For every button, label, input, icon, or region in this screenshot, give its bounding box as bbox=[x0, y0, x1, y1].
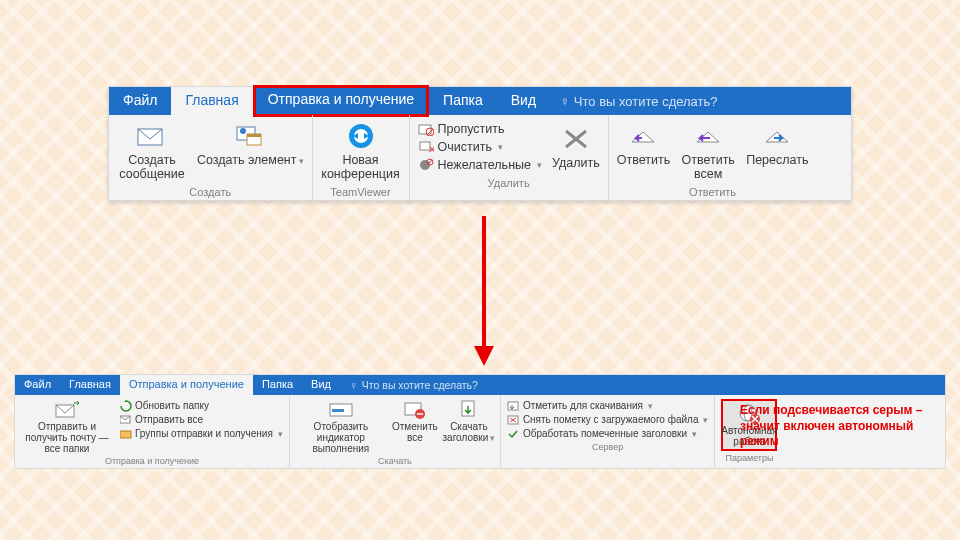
server-stack: Отметить для скачивания▾ Снять пометку с… bbox=[507, 399, 709, 440]
send-all-label: Отправить все bbox=[135, 414, 203, 425]
send-receive-all-label: Отправить и получить почту — все папки bbox=[21, 421, 113, 454]
reply-button[interactable]: Ответить bbox=[617, 121, 670, 182]
send-receive-all-button[interactable]: Отправить и получить почту — все папки bbox=[21, 399, 113, 454]
lightbulb-icon: ♀ bbox=[560, 94, 570, 109]
process-headers-label: Обработать помеченные заголовки bbox=[523, 428, 687, 439]
mark-download-button[interactable]: Отметить для скачивания▾ bbox=[507, 399, 709, 412]
svg-marker-20 bbox=[474, 346, 494, 366]
cancel-icon bbox=[402, 399, 428, 421]
btab-folder[interactable]: Папка bbox=[253, 375, 302, 395]
update-folder-label: Обновить папку bbox=[135, 400, 209, 411]
group-create-label: Создать bbox=[189, 186, 231, 198]
download-headers-button[interactable]: Скачать заголовки▾ bbox=[444, 399, 494, 444]
folder-icon bbox=[119, 427, 132, 440]
tabbar-top: Файл Главная Отправка и получение Папка … bbox=[109, 87, 851, 115]
group-sendrecv-label: Отправка и получение bbox=[21, 456, 283, 466]
mark-icon bbox=[507, 399, 520, 412]
reply-all-label: Ответить всем bbox=[680, 153, 736, 182]
sr-groups-label: Группы отправки и получения bbox=[135, 428, 273, 439]
group-download-label: Скачать bbox=[296, 456, 494, 466]
tab-sendrecv-highlighted[interactable]: Отправка и получение bbox=[253, 85, 429, 117]
group-delete-label: Удалить bbox=[488, 177, 530, 189]
reply-label: Ответить bbox=[617, 153, 670, 167]
sr-groups-button[interactable]: Группы отправки и получения▾ bbox=[119, 427, 283, 440]
unmark-button[interactable]: Снять пометку с загружаемого файла▾ bbox=[507, 413, 709, 426]
ignore-icon bbox=[418, 121, 434, 137]
group-tv-label: TeamViewer bbox=[330, 186, 390, 198]
cleanup-button[interactable]: ✕ Очистить▾ bbox=[418, 139, 542, 155]
lightbulb-icon: ♀ bbox=[350, 379, 358, 391]
tab-view[interactable]: Вид bbox=[497, 87, 550, 115]
reply-all-button[interactable]: Ответить всем bbox=[680, 121, 736, 182]
btab-file[interactable]: Файл bbox=[15, 375, 60, 395]
svg-text:✕: ✕ bbox=[428, 144, 434, 154]
group-teamviewer: Новая конференция TeamViewer bbox=[313, 115, 410, 200]
new-item-label: Создать элемент▾ bbox=[197, 153, 304, 167]
ignore-button[interactable]: Пропустить bbox=[418, 121, 542, 137]
envelope-icon bbox=[135, 121, 169, 151]
sendrecv-stack: Обновить папку Отправить все Группы отпр… bbox=[119, 399, 283, 440]
group-create: Создать сообщение Создать элемент▾ Созда… bbox=[109, 115, 313, 200]
delete-button[interactable]: Удалить bbox=[552, 124, 600, 170]
btab-home[interactable]: Главная bbox=[60, 375, 120, 395]
cleanup-icon: ✕ bbox=[418, 139, 434, 155]
group-server: Отметить для скачивания▾ Снять пометку с… bbox=[501, 395, 716, 468]
forward-icon bbox=[760, 121, 794, 151]
junk-label: Нежелательные bbox=[438, 158, 531, 172]
new-message-button[interactable]: Создать сообщение bbox=[117, 121, 187, 182]
tab-folder[interactable]: Папка bbox=[429, 87, 497, 115]
ignore-label: Пропустить bbox=[438, 122, 505, 136]
send-all-button[interactable]: Отправить все bbox=[119, 413, 283, 426]
tab-file[interactable]: Файл bbox=[109, 87, 171, 115]
send-icon bbox=[119, 413, 132, 426]
new-item-icon bbox=[233, 121, 267, 151]
tabbar-bottom: Файл Главная Отправка и получение Папка … bbox=[15, 375, 945, 395]
delete-x-icon bbox=[559, 124, 593, 154]
group-delete: Пропустить ✕ Очистить▾ Нежелательные▾ bbox=[410, 115, 609, 200]
svg-rect-31 bbox=[508, 402, 518, 410]
group-sendrecv: Отправить и получить почту — все папки О… bbox=[15, 395, 290, 468]
svg-rect-26 bbox=[332, 409, 344, 412]
annotation-arrow bbox=[470, 216, 498, 366]
download-headers-label: Скачать заголовки▾ bbox=[443, 421, 496, 444]
tell-me-label: Что вы хотите сделать? bbox=[574, 94, 718, 109]
tell-me-bottom-label: Что вы хотите сделать? bbox=[362, 379, 478, 391]
show-progress-label: Отобразить индикатор выполнения bbox=[296, 421, 386, 454]
reply-all-icon bbox=[691, 121, 725, 151]
tell-me-bottom[interactable]: ♀ Что вы хотите сделать? bbox=[340, 375, 478, 395]
group-download: Отобразить индикатор выполнения Отменить… bbox=[290, 395, 501, 468]
forward-button[interactable]: Переслать bbox=[746, 121, 808, 182]
svg-rect-3 bbox=[247, 134, 261, 137]
refresh-icon bbox=[119, 399, 132, 412]
svg-rect-24 bbox=[120, 431, 131, 438]
junk-button[interactable]: Нежелательные▾ bbox=[418, 157, 542, 173]
progress-icon bbox=[328, 399, 354, 421]
cancel-all-button[interactable]: Отменить все bbox=[392, 399, 438, 443]
group-params-label: Параметры bbox=[721, 453, 777, 463]
tell-me-top[interactable]: ♀ Что вы хотите сделать? bbox=[550, 87, 717, 115]
new-conference-button[interactable]: Новая конференция bbox=[321, 121, 401, 182]
update-folder-button[interactable]: Обновить папку bbox=[119, 399, 283, 412]
check-icon bbox=[507, 427, 520, 440]
mark-download-label: Отметить для скачивания bbox=[523, 400, 643, 411]
junk-icon bbox=[418, 157, 434, 173]
ribbon-home: Файл Главная Отправка и получение Папка … bbox=[108, 86, 852, 201]
cancel-all-label: Отменить все bbox=[392, 421, 438, 443]
btab-sendrecv[interactable]: Отправка и получение bbox=[120, 375, 253, 395]
unmark-icon bbox=[507, 413, 520, 426]
delete-label: Удалить bbox=[552, 156, 600, 170]
annotation-note: Если подсвечивается серым – значит включ… bbox=[740, 403, 940, 450]
group-respond: Ответить Ответить всем Переслать Ответит… bbox=[609, 115, 817, 200]
new-item-button[interactable]: Создать элемент▾ bbox=[197, 121, 304, 182]
btab-view[interactable]: Вид bbox=[302, 375, 340, 395]
reply-icon bbox=[626, 121, 660, 151]
show-progress-button[interactable]: Отобразить индикатор выполнения bbox=[296, 399, 386, 454]
teamviewer-icon bbox=[344, 121, 378, 151]
group-respond-label: Ответить bbox=[689, 186, 736, 198]
new-conference-label: Новая конференция bbox=[321, 153, 401, 182]
delete-stack: Пропустить ✕ Очистить▾ Нежелательные▾ bbox=[418, 121, 542, 173]
tab-home[interactable]: Главная bbox=[171, 87, 252, 115]
group-server-label: Сервер bbox=[507, 442, 709, 452]
new-message-label: Создать сообщение bbox=[117, 153, 187, 182]
process-headers-button[interactable]: Обработать помеченные заголовки▾ bbox=[507, 427, 709, 440]
